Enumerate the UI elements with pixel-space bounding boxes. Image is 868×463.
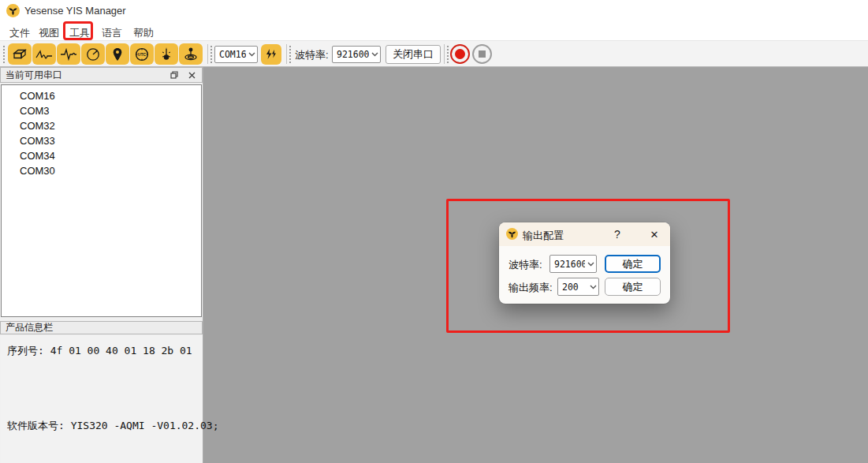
menu-language[interactable]: 语言 — [99, 24, 125, 42]
toolbar-drag-handle[interactable] — [289, 45, 292, 63]
port-list-item[interactable]: COM30 — [2, 163, 201, 178]
ports-panel-header: 当前可用串口 — [0, 67, 203, 83]
baud-rate-label: 波特率: — [295, 48, 329, 62]
beacon-icon[interactable] — [179, 43, 203, 65]
lightning-refresh-icon[interactable] — [261, 44, 281, 65]
stop-button[interactable] — [472, 44, 492, 64]
menu-tools[interactable]: 工具 — [66, 24, 93, 42]
location-pin-icon[interactable] — [106, 43, 129, 65]
float-panel-icon[interactable] — [167, 69, 181, 81]
chevron-down-icon — [585, 262, 596, 267]
dialog-help-button[interactable]: ? — [608, 225, 627, 244]
menu-bar: 文件 视图 工具 语言 帮助 — [0, 22, 868, 41]
product-info-title: 产品信息栏 — [1, 321, 202, 334]
stop-icon — [479, 50, 486, 58]
app-logo-icon — [506, 228, 518, 240]
serial-number-line: 序列号: 4f 01 00 40 01 18 2b 01 — [7, 344, 192, 358]
menu-help[interactable]: 帮助 — [130, 24, 157, 42]
left-dock: 当前可用串口 COM16 COM3 COM32 COM33 COM34 COM3… — [0, 67, 203, 463]
port-list-item[interactable]: COM33 — [2, 133, 201, 148]
port-select[interactable]: COM16 — [214, 46, 258, 63]
dialog-freq-ok-button[interactable]: 确定 — [605, 278, 661, 296]
product-info-body: 序列号: 4f 01 00 40 01 18 2b 01 软件版本号: YIS3… — [1, 335, 202, 463]
dialog-titlebar[interactable]: 输出配置 ? ✕ — [499, 222, 670, 246]
toolbar-drag-handle[interactable] — [446, 45, 449, 63]
chevron-down-icon — [587, 285, 598, 289]
port-list-item[interactable]: COM3 — [2, 103, 201, 118]
chevron-down-icon — [369, 52, 380, 57]
toolbar-drag-handle[interactable] — [2, 45, 6, 63]
toolbar-separator — [207, 44, 208, 64]
dialog-baud-ok-button[interactable]: 确定 — [605, 255, 661, 273]
product-info-header: 产品信息栏 — [0, 321, 203, 334]
dialog-baud-value: 921600 — [550, 259, 585, 270]
software-version-value: YIS320 -AQMI -V01.02.03; — [71, 420, 219, 431]
ports-panel-title: 当前可用串口 — [1, 69, 167, 82]
window-title: Yesense YIS Manager — [24, 5, 126, 17]
toolbar: UTC COM16 波特率: 921600 关闭串口 — [0, 41, 868, 67]
dialog-title: 输出配置 — [523, 229, 564, 243]
dialog-freq-select[interactable]: 200 — [557, 278, 599, 296]
attitude-wave-icon[interactable] — [32, 43, 56, 65]
record-icon — [455, 49, 465, 59]
app-logo-icon — [6, 4, 20, 17]
cube-3d-icon[interactable] — [8, 43, 32, 65]
utc-clock-icon[interactable]: UTC — [130, 43, 154, 65]
toolbar-separator — [444, 44, 445, 64]
toolbar-separator — [286, 44, 287, 64]
gauge-icon[interactable] — [81, 43, 105, 65]
port-select-value: COM16 — [215, 49, 246, 60]
port-list-item[interactable]: COM34 — [2, 148, 201, 163]
thermometer-icon[interactable] — [155, 43, 178, 65]
window-titlebar: Yesense YIS Manager — [0, 0, 868, 22]
available-ports-list: COM16 COM3 COM32 COM33 COM34 COM30 — [1, 84, 202, 317]
dialog-freq-value: 200 — [558, 282, 587, 293]
close-panel-icon[interactable] — [184, 69, 199, 81]
port-list-item[interactable]: COM16 — [2, 88, 201, 103]
toolbar-drag-handle[interactable] — [210, 45, 213, 63]
menu-view[interactable]: 视图 — [35, 24, 62, 42]
serial-number-label: 序列号: — [7, 345, 44, 357]
close-serial-port-button[interactable]: 关闭串口 — [386, 45, 441, 64]
menu-file[interactable]: 文件 — [6, 24, 33, 42]
dialog-freq-label: 输出频率: — [509, 281, 553, 295]
output-config-dialog: 输出配置 ? ✕ 波特率: 921600 确定 输出频率: 200 确定 — [499, 222, 670, 304]
port-list-item[interactable]: COM32 — [2, 118, 201, 133]
baud-rate-select[interactable]: 921600 — [332, 46, 381, 63]
software-version-line: 软件版本号: YIS320 -AQMI -V01.02.03; — [7, 419, 219, 433]
record-button[interactable] — [450, 44, 470, 64]
signal-wave-icon[interactable] — [57, 43, 80, 65]
software-version-label: 软件版本号: — [7, 420, 65, 431]
chevron-down-icon — [246, 52, 257, 57]
baud-rate-value: 921600 — [333, 49, 369, 60]
svg-text:UTC: UTC — [138, 52, 147, 57]
dialog-baud-label: 波特率: — [509, 258, 542, 272]
app-window: { "window": { "title": "Yesense YIS Mana… — [0, 0, 868, 463]
dialog-close-button[interactable]: ✕ — [643, 225, 665, 244]
serial-number-value: 4f 01 00 40 01 18 2b 01 — [50, 345, 192, 357]
dialog-baud-select[interactable]: 921600 — [549, 255, 597, 273]
